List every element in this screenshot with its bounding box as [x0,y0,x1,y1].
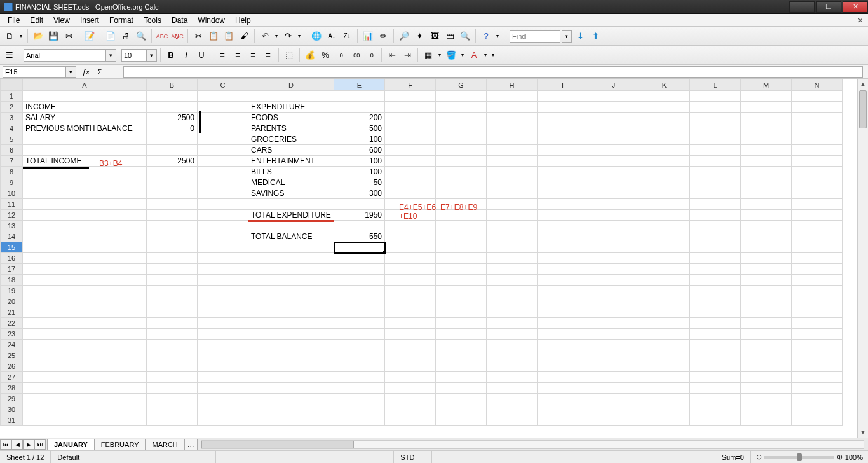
bg-color-button[interactable]: 🪣 [444,48,458,62]
cell-I29[interactable] [538,394,588,404]
cell-M21[interactable] [741,307,792,318]
underline-button[interactable]: U [194,48,208,62]
cell-F21[interactable] [385,307,436,318]
cell-C15[interactable] [198,242,248,253]
cell-G8[interactable] [436,167,487,177]
cell-H12[interactable] [487,210,538,221]
cell-N21[interactable] [792,307,843,318]
function-wizard-button[interactable]: ƒx [80,66,92,78]
row-header-15[interactable]: 15 [1,242,23,253]
sort-asc-button[interactable]: A↓ [325,29,339,43]
cell-J27[interactable] [588,372,639,383]
cell-L11[interactable] [690,199,741,210]
cell-H14[interactable] [487,232,538,242]
cell-J5[interactable] [588,134,639,145]
new-dropdown[interactable]: ▾ [18,29,24,43]
cell-C14[interactable] [198,232,248,242]
cell-L31[interactable] [690,415,741,426]
zoom-control[interactable]: ⊖ ⊕ 100% [751,453,868,461]
cell-B29[interactable] [147,394,198,404]
cell-J30[interactable] [588,404,639,415]
dec-indent-button[interactable]: ⇤ [385,48,399,62]
cell-E31[interactable] [334,415,385,426]
cell-C18[interactable] [198,275,248,286]
cell-C19[interactable] [198,286,248,296]
cell-B7[interactable]: 2500 [147,156,198,167]
horizontal-scrollbar[interactable] [201,440,864,449]
align-left-button[interactable]: ≡ [215,48,229,62]
cell-F2[interactable] [385,102,436,113]
cell-D21[interactable] [248,307,334,318]
cell-N18[interactable] [792,275,843,286]
cell-E16[interactable] [334,253,385,264]
cell-E7[interactable]: 100 [334,156,385,167]
fmt-overflow[interactable]: ▾ [490,48,496,62]
cell-I17[interactable] [538,264,588,275]
cell-I20[interactable] [538,296,588,307]
row-header-13[interactable]: 13 [1,221,23,232]
cell-H5[interactable] [487,134,538,145]
cell-I27[interactable] [538,372,588,383]
cell-G14[interactable] [436,232,487,242]
cell-B25[interactable] [147,350,198,361]
cell-E4[interactable]: 500 [334,123,385,134]
cell-M25[interactable] [741,350,792,361]
hscroll-thumb[interactable] [201,441,354,448]
cell-B18[interactable] [147,275,198,286]
cell-L26[interactable] [690,361,741,372]
currency-button[interactable]: 💰 [303,48,317,62]
cell-M6[interactable] [741,145,792,156]
cell-E3[interactable]: 200 [334,113,385,123]
cell-M4[interactable] [741,123,792,134]
cell-D19[interactable] [248,286,334,296]
undo-button[interactable]: ↶ [258,29,272,43]
menu-file[interactable]: File [3,15,25,26]
cell-H11[interactable] [487,199,538,210]
cell-A22[interactable] [23,318,147,329]
cell-K13[interactable] [639,221,690,232]
cell-E1[interactable] [334,91,385,102]
zoom-button[interactable]: 🔍 [458,29,472,43]
cell-H25[interactable] [487,350,538,361]
cell-H17[interactable] [487,264,538,275]
cell-A2[interactable]: INCOME [23,102,147,113]
row-header-16[interactable]: 16 [1,253,23,264]
cell-F24[interactable] [385,340,436,350]
cell-H22[interactable] [487,318,538,329]
cell-G18[interactable] [436,275,487,286]
row-header-7[interactable]: 7 [1,156,23,167]
cell-L12[interactable] [690,210,741,221]
cell-D4[interactable]: PARENTS [248,123,334,134]
cell-G27[interactable] [436,372,487,383]
cell-N14[interactable] [792,232,843,242]
cell-J9[interactable] [588,177,639,188]
cell-N16[interactable] [792,253,843,264]
cell-N19[interactable] [792,286,843,296]
cell-A14[interactable] [23,232,147,242]
cell-C24[interactable] [198,340,248,350]
zoom-value[interactable]: 100% [845,453,863,461]
cell-M22[interactable] [741,318,792,329]
cell-F22[interactable] [385,318,436,329]
redo-button[interactable]: ↷ [281,29,295,43]
cell-D15[interactable] [248,242,334,253]
cell-G25[interactable] [436,350,487,361]
cell-D20[interactable] [248,296,334,307]
cell-F9[interactable] [385,177,436,188]
cell-M8[interactable] [741,167,792,177]
cell-B4[interactable]: 0 [147,123,198,134]
formula-input[interactable] [123,66,863,78]
cell-M13[interactable] [741,221,792,232]
inc-indent-button[interactable]: ⇥ [400,48,414,62]
cell-C12[interactable] [198,210,248,221]
font-size-dropdown[interactable]: ▾ [147,49,157,62]
open-button[interactable]: 📂 [31,29,45,43]
cell-C28[interactable] [198,383,248,394]
cell-L19[interactable] [690,286,741,296]
cell-G28[interactable] [436,383,487,394]
bg-color-dropdown[interactable]: ▾ [459,48,466,62]
scroll-thumb[interactable] [859,90,867,128]
menu-window[interactable]: Window [193,15,230,26]
cell-K17[interactable] [639,264,690,275]
cell-E10[interactable]: 300 [334,188,385,199]
